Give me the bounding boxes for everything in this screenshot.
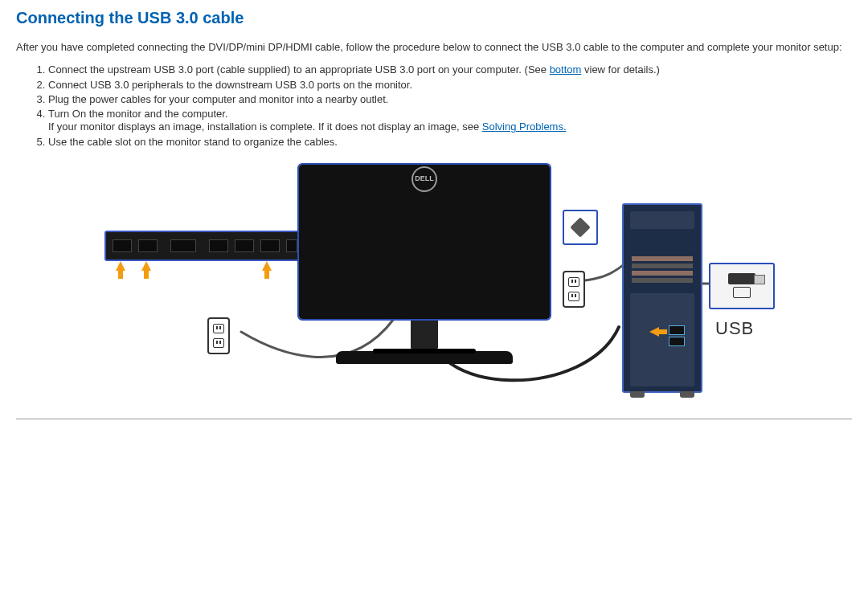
step-5: Use the cable slot on the monitor stand … [48,136,852,149]
monitor-illustration: DELL [299,165,550,364]
tower-usb-port-icon [669,337,685,346]
section-heading: Connecting the USB 3.0 cable [16,8,852,28]
dell-logo-icon: DELL [411,166,437,192]
step-4: Turn On the monitor and the computer. If… [48,108,852,134]
wall-outlet-icon [563,271,585,308]
steps-list: Connect the upstream USB 3.0 port (cable… [16,63,852,149]
port-usb-up-icon [260,239,280,252]
step-2: Connect USB 3.0 peripherals to the downs… [48,79,852,92]
computer-tower-illustration [622,203,702,393]
section-divider [16,419,852,419]
bottom-link[interactable]: bottom [550,63,582,76]
arrow-up-icon [141,261,151,271]
step-1-text-a: Connect the upstream USB 3.0 port (cable… [48,63,550,76]
tower-usb-port-icon [669,325,685,335]
step-4-text-b: If your monitor displays an image, insta… [48,121,482,133]
arrow-left-icon [649,327,659,337]
wall-outlet-icon [207,317,230,354]
port-audio-icon [286,239,297,252]
step-1: Connect the upstream USB 3.0 port (cable… [48,63,852,76]
step-1-text-b: view for details.) [581,63,660,76]
arrow-up-icon [116,261,125,271]
cable-cap-icon [563,210,598,245]
usb-label: USB [715,317,754,340]
port-dvi-icon [170,239,196,252]
port-power-icon [113,239,132,252]
usb-cable-callout [709,263,775,309]
monitor-port-strip [104,231,305,261]
intro-paragraph: After you have completed connecting the … [16,41,852,54]
step-4-text-a: Turn On the monitor and the computer. [48,108,228,120]
connection-diagram: DELL USB [104,158,764,407]
port-minidp-icon [235,239,254,252]
usb-symbol-icon [733,287,751,298]
solving-problems-link[interactable]: Solving Problems. [482,121,567,133]
step-3: Plug the power cables for your computer … [48,93,852,106]
usb-plug-icon [728,273,755,284]
arrow-up-icon [262,261,272,271]
port-dp-icon [209,239,228,252]
port-hdmi-icon [138,239,158,252]
